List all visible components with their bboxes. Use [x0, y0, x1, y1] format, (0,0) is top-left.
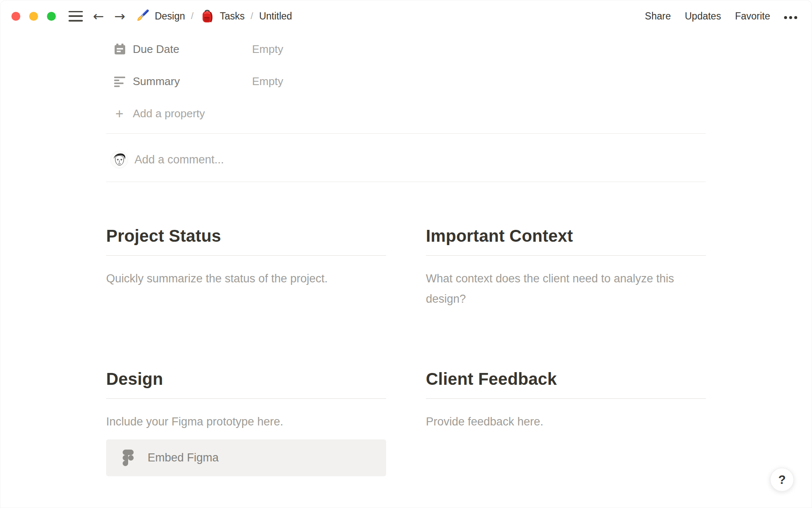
share-button[interactable]: Share [645, 11, 671, 22]
add-property-button[interactable]: + Add a property [106, 97, 706, 130]
back-icon[interactable]: ← [93, 10, 104, 23]
section-body[interactable]: Provide feedback here. [426, 411, 706, 432]
section-design: Design Include your Figma prototype here… [106, 369, 386, 476]
breadcrumb-label: Untitled [259, 11, 292, 22]
close-window-button[interactable] [11, 12, 20, 21]
breadcrumb-separator: / [251, 11, 253, 22]
paintbrush-icon [134, 8, 150, 24]
section-body[interactable]: What context does the client need to ana… [426, 268, 706, 309]
section-project-status: Project Status Quickly summarize the sta… [106, 226, 386, 309]
section-title[interactable]: Project Status [106, 226, 386, 246]
embed-figma-button[interactable]: Embed Figma [106, 439, 386, 476]
property-value: Empty [252, 43, 283, 56]
backpack-icon [200, 8, 215, 24]
property-name: Due Date [133, 43, 252, 56]
text-align-left-icon [114, 75, 126, 88]
favorite-button[interactable]: Favorite [735, 11, 770, 22]
forward-icon[interactable]: → [114, 10, 125, 23]
divider [106, 398, 386, 399]
figma-logo-icon [123, 450, 134, 466]
breadcrumb-label: Tasks [220, 11, 245, 22]
calendar-icon [114, 43, 126, 55]
comment-input[interactable]: Add a comment... [106, 134, 706, 182]
section-title[interactable]: Client Feedback [426, 369, 706, 389]
section-title[interactable]: Important Context [426, 226, 706, 246]
breadcrumb-label: Design [155, 11, 185, 22]
property-row-due-date[interactable]: Due Date Empty [106, 33, 706, 65]
section-client-feedback: Client Feedback Provide feedback here. [426, 369, 706, 476]
divider [426, 255, 706, 256]
divider [426, 398, 706, 399]
add-property-label: Add a property [133, 107, 205, 120]
zoom-window-button[interactable] [47, 12, 56, 21]
help-button[interactable]: ? [770, 468, 794, 491]
breadcrumb: Design / Tasks / Untitled [134, 8, 292, 24]
breadcrumb-item-tasks[interactable]: Tasks [200, 8, 245, 24]
section-title[interactable]: Design [106, 369, 386, 389]
property-value: Empty [252, 75, 283, 88]
more-options-icon[interactable] [784, 14, 797, 19]
property-row-summary[interactable]: Summary Empty [106, 65, 706, 97]
property-name: Summary [133, 75, 252, 88]
user-avatar [111, 151, 128, 168]
page-properties: Due Date Empty Summary Empty + Add a p [106, 32, 706, 130]
notion-window: ← → [0, 0, 812, 508]
section-body[interactable]: Quickly summarize the status of the proj… [106, 268, 386, 289]
breadcrumb-item-design[interactable]: Design [134, 8, 185, 24]
section-body[interactable]: Include your Figma prototype here. [106, 411, 386, 432]
window-controls [11, 12, 56, 21]
embed-figma-label: Embed Figma [148, 451, 219, 464]
section-important-context: Important Context What context does the … [426, 226, 706, 309]
comment-placeholder: Add a comment... [134, 153, 224, 166]
page-content: Due Date Empty Summary Empty + Add a p [106, 32, 706, 476]
section-grid: Project Status Quickly summarize the sta… [106, 226, 706, 476]
divider [106, 255, 386, 256]
updates-button[interactable]: Updates [685, 11, 721, 22]
divider [106, 182, 706, 182]
title-bar: ← → [0, 0, 812, 32]
minimize-window-button[interactable] [29, 12, 38, 21]
plus-icon: + [113, 107, 126, 121]
sidebar-menu-icon[interactable] [69, 11, 83, 22]
breadcrumb-separator: / [191, 11, 194, 22]
breadcrumb-item-untitled[interactable]: Untitled [259, 11, 292, 22]
